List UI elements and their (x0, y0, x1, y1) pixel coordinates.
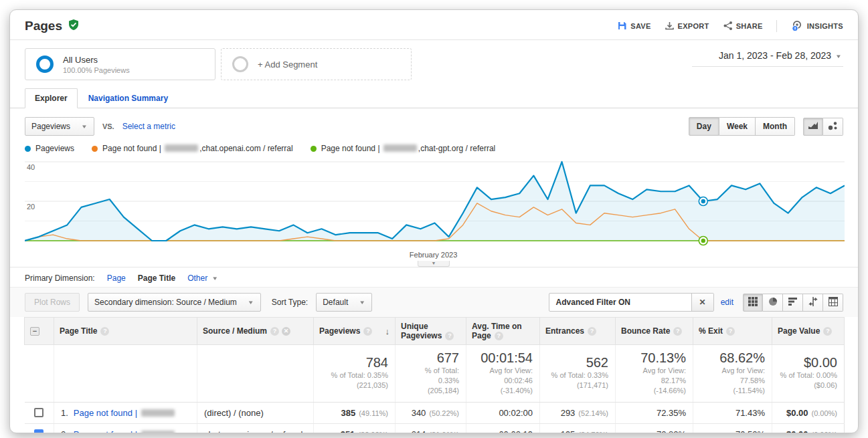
col-source-medium[interactable]: Source / Medium?✕ (197, 318, 314, 345)
line-chart-icon (808, 121, 818, 132)
page-title-link[interactable]: Page not found | (74, 429, 140, 433)
help-icon[interactable]: ? (445, 332, 454, 340)
percentage-view-button[interactable] (763, 294, 783, 312)
timeseries-chart[interactable]: 40 20 (25, 158, 843, 248)
actions-divider (776, 20, 777, 32)
row-select-cell (25, 402, 54, 423)
close-icon: ✕ (699, 298, 706, 307)
pie-chart-icon (768, 297, 778, 308)
chevron-down-icon: ▼ (81, 124, 88, 130)
redacted-site-name (141, 409, 175, 417)
tab-explorer[interactable]: Explorer (25, 88, 78, 108)
granularity-week-button[interactable]: Week (719, 117, 756, 136)
page-title: Pages (25, 19, 62, 33)
report-table: − Page Title? Source / Medium?✕ Pageview… (24, 317, 845, 433)
redacted-site-name (383, 144, 417, 152)
export-icon (665, 21, 675, 32)
entrances-cell: 195(34.70%) (540, 423, 616, 433)
segment-detail: 100.00% Pageviews (63, 66, 130, 74)
redacted-site-name (141, 431, 175, 433)
row-checkbox[interactable] (34, 408, 44, 417)
dimension-page-title-active[interactable]: Page Title (138, 273, 175, 283)
col-page-value[interactable]: Page Value? (772, 318, 845, 345)
help-icon[interactable]: ? (823, 327, 832, 336)
share-button[interactable]: SHARE (723, 21, 763, 32)
row-select-cell: ✓ (25, 423, 54, 433)
unique-pageviews-cell: 340(50.22%) (396, 402, 466, 423)
col-avg-time[interactable]: Avg. Time on Page? (466, 318, 540, 345)
segment-circle-icon (36, 56, 54, 73)
legend-dot-orange (92, 146, 98, 152)
row-checkbox[interactable]: ✓ (34, 429, 44, 433)
secondary-dimension-dropdown[interactable]: Secondary dimension: Source / Medium▼ (88, 293, 261, 312)
segment-row: All Users 100.00% Pageviews + Add Segmen… (10, 40, 858, 88)
edit-filter-link[interactable]: edit (721, 298, 733, 307)
remove-filter-button[interactable]: ✕ (691, 294, 713, 311)
chevron-down-icon: ▼ (211, 276, 218, 282)
help-icon[interactable]: ? (100, 327, 109, 336)
advanced-filter-chip: Advanced Filter ON ✕ (549, 293, 714, 312)
col-unique-pageviews[interactable]: Unique Pageviews? (396, 318, 466, 345)
select-metric-link[interactable]: Select a metric (122, 122, 175, 131)
granularity-month-button[interactable]: Month (756, 117, 795, 136)
help-icon[interactable]: ? (363, 327, 372, 336)
sort-type-dropdown[interactable]: Default▼ (316, 293, 372, 312)
page-title-link[interactable]: Page not found | (74, 408, 140, 418)
comparison-icon (808, 297, 818, 308)
select-all-checkbox[interactable]: − (30, 327, 39, 336)
share-icon (723, 21, 733, 32)
segment-all-users[interactable]: All Users 100.00% Pageviews (25, 48, 215, 80)
date-range-picker[interactable]: Jan 1, 2023 - Feb 28, 2023▼ (692, 48, 843, 67)
add-segment-circle-icon (232, 56, 248, 72)
line-chart-button[interactable] (803, 118, 823, 136)
add-segment-button[interactable]: + Add Segment (221, 48, 412, 80)
table-row: ✓2.Page not found | chat.openai.com / re… (25, 423, 845, 433)
col-bounce-rate[interactable]: Bounce Rate? (616, 318, 693, 345)
vs-label: VS. (102, 122, 114, 130)
pivot-view-button[interactable] (823, 294, 843, 312)
pct-exit-cell: 70.52% (693, 423, 772, 433)
export-button[interactable]: EXPORT (665, 21, 709, 32)
source-medium-cell: chat.openai.com / referral (197, 423, 314, 433)
chart-collapse-button[interactable]: ▼ (418, 261, 450, 267)
plot-rows-button[interactable]: Plot Rows (25, 293, 80, 312)
metric-dropdown[interactable]: Pageviews▼ (25, 117, 94, 136)
chevron-down-icon: ▼ (248, 300, 254, 306)
save-button[interactable]: SAVE (617, 21, 650, 32)
tab-navigation-summary[interactable]: Navigation Summary (78, 89, 179, 108)
report-header: Pages SAVE EXPORT SHARE INSIGHTS (10, 10, 858, 39)
help-icon[interactable]: ? (588, 327, 596, 336)
legend-item-pageviews: Pageviews (25, 144, 74, 153)
help-icon[interactable]: ? (726, 327, 735, 336)
table-grid-icon (748, 297, 758, 308)
dimension-page-link[interactable]: Page (107, 273, 126, 283)
insights-icon (790, 19, 804, 33)
table-header-row: − Page Title? Source / Medium?✕ Pageview… (25, 318, 845, 345)
total-avg-time: 00:01:54Avg for View: 00:02:46(-31.40%) (466, 345, 540, 403)
insights-button[interactable]: INSIGHTS (790, 19, 843, 33)
sort-descending-icon[interactable]: ↓ (385, 326, 390, 336)
col-pct-exit[interactable]: % Exit? (693, 318, 772, 345)
col-entrances[interactable]: Entrances? (540, 318, 616, 345)
dimension-other-dropdown[interactable]: Other▼ (187, 273, 218, 283)
col-pageviews[interactable]: Pageviews?↓ (314, 318, 396, 345)
help-icon[interactable]: ? (270, 327, 279, 336)
motion-chart-button[interactable] (823, 118, 843, 136)
remove-dimension-icon[interactable]: ✕ (282, 327, 290, 336)
granularity-day-button[interactable]: Day (689, 117, 719, 136)
comparison-view-button[interactable] (803, 294, 823, 312)
page-title-cell: 1.Page not found | (54, 402, 197, 423)
total-entrances: 562% of Total: 0.33%(171,471) (540, 345, 616, 403)
bounce-rate-cell: 72.82% (616, 423, 693, 433)
header-actions: SAVE EXPORT SHARE INSIGHTS (617, 19, 843, 33)
totals-row: 784% of Total: 0.35%(221,035) 677% of To… (25, 345, 845, 403)
chevron-down-icon: ▼ (359, 300, 365, 306)
pivot-icon (829, 297, 838, 308)
col-page-title[interactable]: Page Title? (54, 318, 197, 345)
select-all-header: − (25, 318, 54, 345)
data-view-button[interactable] (743, 294, 763, 312)
help-icon[interactable]: ? (495, 332, 503, 340)
source-medium-cell: (direct) / (none) (197, 402, 314, 423)
help-icon[interactable]: ? (673, 327, 682, 336)
performance-view-button[interactable] (783, 294, 803, 312)
